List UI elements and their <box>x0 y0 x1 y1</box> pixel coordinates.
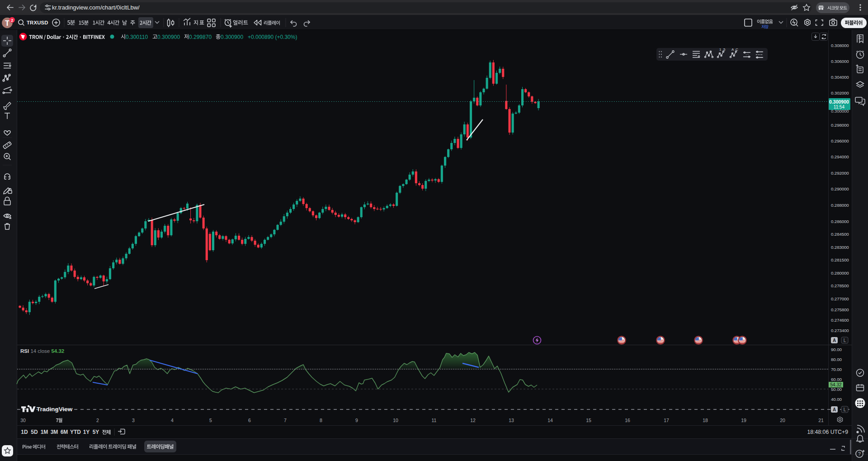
svg-text:0.300900: 0.300900 <box>829 99 849 105</box>
svg-text:0.277000: 0.277000 <box>831 296 849 301</box>
svg-text:0.288000: 0.288000 <box>831 203 849 208</box>
svg-text:0.284500: 0.284500 <box>831 232 849 237</box>
svg-text:60.00: 60.00 <box>831 377 842 382</box>
svg-text:0.294000: 0.294000 <box>831 154 849 159</box>
svg-text:11:54: 11:54 <box>834 105 845 109</box>
svg-text:0.292000: 0.292000 <box>831 171 849 176</box>
svg-text:12: 12 <box>470 418 476 423</box>
svg-text:A: A <box>833 407 836 412</box>
svg-text:?: ? <box>858 451 861 456</box>
svg-text:L: L <box>844 407 846 412</box>
svg-text:1D: 1D <box>21 429 28 435</box>
svg-text:0.298000: 0.298000 <box>831 123 849 128</box>
svg-text:21: 21 <box>818 418 824 423</box>
svg-text:5Y: 5Y <box>93 429 99 435</box>
svg-text:0.304000: 0.304000 <box>831 75 849 80</box>
svg-text:14: 14 <box>547 418 553 423</box>
svg-text:9: 9 <box>355 418 358 423</box>
svg-text:0.278500: 0.278500 <box>831 283 849 288</box>
svg-text:10: 10 <box>393 418 398 423</box>
svg-text:+0.000890 (+0.30%): +0.000890 (+0.30%) <box>248 34 297 40</box>
svg-text:70.00: 70.00 <box>831 367 842 372</box>
svg-text:1: 1 <box>719 48 722 52</box>
svg-text:5D: 5D <box>31 429 38 435</box>
svg-text:16: 16 <box>625 418 630 423</box>
svg-text:3: 3 <box>132 418 135 423</box>
svg-text:TradingView: TradingView <box>37 406 73 413</box>
svg-text:0.280000: 0.280000 <box>831 271 849 276</box>
svg-text:0.273400: 0.273400 <box>831 328 849 333</box>
svg-text:C: C <box>736 48 738 52</box>
svg-text:4: 4 <box>171 418 174 423</box>
svg-text:0.306000: 0.306000 <box>831 59 849 64</box>
svg-text:5: 5 <box>723 48 726 52</box>
svg-text:3M: 3M <box>51 429 58 435</box>
svg-text:15: 15 <box>586 418 591 423</box>
svg-text:1M: 1M <box>41 429 48 435</box>
svg-text:80.00: 80.00 <box>831 357 842 362</box>
svg-text:A: A <box>833 338 836 343</box>
svg-text:17: 17 <box>664 418 669 423</box>
svg-text:0.290000: 0.290000 <box>831 186 849 191</box>
svg-text:0.274600: 0.274600 <box>831 318 849 323</box>
svg-text:2: 2 <box>11 18 13 23</box>
svg-text:50.00: 50.00 <box>831 387 842 392</box>
svg-text:18: 18 <box>703 418 708 423</box>
svg-text:0.281500: 0.281500 <box>831 257 849 262</box>
svg-text:0.300110: 0.300110 <box>126 34 148 40</box>
svg-text:0.302000: 0.302000 <box>831 90 849 95</box>
svg-text:RSI 14 close 54.32: RSI 14 close 54.32 <box>20 348 64 354</box>
svg-text:0.283000: 0.283000 <box>831 245 849 250</box>
svg-text:2: 2 <box>96 418 99 423</box>
svg-text:1Y: 1Y <box>83 429 90 435</box>
svg-text:L: L <box>844 338 846 343</box>
svg-text:0.286000: 0.286000 <box>831 219 849 224</box>
svg-text:18:48:06 UTC+9: 18:48:06 UTC+9 <box>807 429 848 435</box>
svg-text:TRXUSD: TRXUSD <box>27 20 48 25</box>
svg-text:0.300900: 0.300900 <box>221 34 243 40</box>
svg-text:T: T <box>5 19 9 27</box>
svg-text:0.299870: 0.299870 <box>189 34 212 40</box>
svg-text:7: 7 <box>284 418 287 423</box>
svg-text:YTD: YTD <box>70 429 81 435</box>
svg-text:8: 8 <box>320 418 322 423</box>
svg-text:5: 5 <box>209 418 212 423</box>
svg-text:0.300900: 0.300900 <box>157 34 180 40</box>
svg-text:6: 6 <box>248 418 251 423</box>
svg-text:0.296000: 0.296000 <box>831 138 849 143</box>
svg-text:0.275800: 0.275800 <box>831 307 849 312</box>
svg-text:kr.tradingview.com/chart/0iclt: kr.tradingview.com/chart/0icltLbw/ <box>52 4 140 11</box>
svg-text:30: 30 <box>20 418 26 423</box>
svg-text:11: 11 <box>432 418 437 423</box>
svg-text:0.308000: 0.308000 <box>831 43 849 48</box>
svg-text:40.00: 40.00 <box>831 397 842 402</box>
svg-text:90.00: 90.00 <box>831 347 842 352</box>
svg-text:A: A <box>731 48 734 52</box>
svg-text:19: 19 <box>741 418 746 423</box>
svg-text:20: 20 <box>780 418 785 423</box>
svg-text:13: 13 <box>509 418 514 423</box>
svg-text:6M: 6M <box>61 429 68 435</box>
